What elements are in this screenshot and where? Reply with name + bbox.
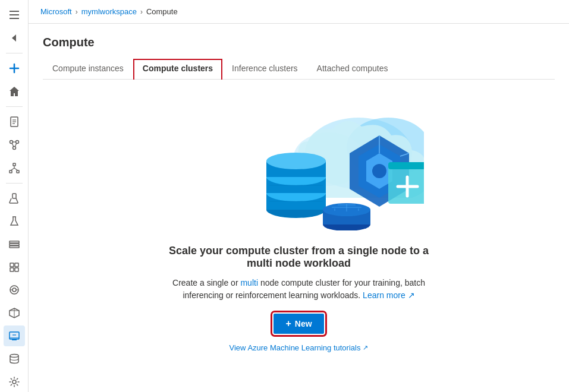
- svg-rect-25: [10, 268, 14, 271]
- svg-point-38: [12, 380, 16, 384]
- svg-point-37: [10, 355, 18, 358]
- breadcrumb-sep-2: ›: [140, 8, 143, 16]
- svg-rect-24: [15, 263, 18, 267]
- svg-rect-19: [12, 194, 16, 198]
- svg-point-54: [372, 164, 386, 178]
- tutorials-link[interactable]: View Azure Machine Learning tutorials ↗: [230, 343, 369, 352]
- breadcrumb-compute: Compute: [146, 7, 178, 16]
- svg-rect-1: [10, 14, 19, 15]
- tab-attached-computes[interactable]: Attached computes: [307, 59, 398, 79]
- svg-rect-13: [13, 163, 15, 166]
- endpoint-icon[interactable]: [4, 280, 25, 301]
- svg-rect-14: [10, 170, 12, 173]
- compute-icon[interactable]: [4, 325, 25, 346]
- svg-point-27: [12, 288, 16, 292]
- svg-rect-0: [10, 11, 19, 12]
- notebook-icon[interactable]: [4, 112, 25, 132]
- settings-icon[interactable]: [4, 371, 25, 392]
- add-icon[interactable]: [4, 58, 25, 79]
- dataset-icon[interactable]: [4, 234, 25, 255]
- flask-icon[interactable]: [4, 211, 25, 232]
- svg-rect-2: [10, 18, 19, 19]
- topbar: Microsoft › mymlworkspace › Compute: [29, 0, 569, 24]
- tab-compute-instances[interactable]: Compute instances: [43, 59, 133, 79]
- svg-rect-67: [388, 162, 424, 169]
- plus-icon: +: [285, 318, 291, 329]
- svg-point-7: [10, 141, 12, 144]
- external-link-icon: ↗: [363, 344, 368, 352]
- svg-rect-21: [10, 244, 19, 245]
- model-icon[interactable]: [4, 257, 25, 277]
- svg-line-11: [12, 143, 14, 147]
- svg-rect-35: [12, 339, 17, 340]
- svg-point-48: [266, 153, 326, 169]
- tutorials-link-text[interactable]: View Azure Machine Learning tutorials: [230, 343, 361, 352]
- svg-point-9: [12, 147, 15, 150]
- new-button-label: New: [295, 319, 312, 328]
- hero-illustration: [174, 94, 424, 230]
- cube-icon[interactable]: [4, 303, 25, 324]
- svg-rect-23: [10, 263, 14, 267]
- experiment-icon[interactable]: [4, 188, 25, 209]
- sidebar-divider-2: [6, 106, 23, 107]
- tab-compute-clusters[interactable]: Compute clusters: [133, 59, 222, 80]
- hero-description: Create a single or multi node compute cl…: [156, 277, 442, 302]
- home-icon[interactable]: [4, 81, 25, 102]
- menu-icon[interactable]: [4, 5, 25, 26]
- svg-rect-22: [10, 246, 19, 248]
- content-area: Compute Compute instances Compute cluste…: [29, 24, 569, 392]
- tab-inference-clusters[interactable]: Inference clusters: [222, 59, 307, 79]
- main-content: Microsoft › mymlworkspace › Compute Comp…: [29, 0, 569, 392]
- new-button[interactable]: + New: [274, 314, 323, 334]
- svg-rect-26: [15, 268, 18, 271]
- hero-title: Scale your compute cluster from a single…: [156, 245, 442, 270]
- svg-rect-15: [17, 170, 19, 173]
- page-title: Compute: [43, 36, 555, 49]
- tabs-bar: Compute instances Compute clusters Infer…: [43, 59, 555, 80]
- back-icon[interactable]: [4, 28, 25, 49]
- sidebar-divider-1: [6, 53, 23, 53]
- sidebar-divider-3: [6, 183, 23, 184]
- breadcrumb-workspace[interactable]: mymlworkspace: [81, 7, 137, 16]
- svg-point-8: [15, 141, 18, 144]
- sidebar: [0, 0, 29, 392]
- svg-line-18: [14, 168, 18, 170]
- multi-node-link[interactable]: multi: [240, 278, 258, 287]
- learn-more-link[interactable]: Learn more ↗: [363, 290, 414, 300]
- svg-line-12: [15, 143, 17, 147]
- breadcrumb-microsoft[interactable]: Microsoft: [40, 7, 72, 16]
- network-icon[interactable]: [4, 157, 25, 178]
- database-icon[interactable]: [4, 349, 25, 369]
- hero-section: Scale your compute cluster from a single…: [91, 94, 507, 352]
- svg-line-17: [11, 168, 14, 170]
- pipeline-icon[interactable]: [4, 135, 25, 156]
- svg-rect-20: [10, 241, 19, 243]
- breadcrumb-sep-1: ›: [76, 8, 78, 16]
